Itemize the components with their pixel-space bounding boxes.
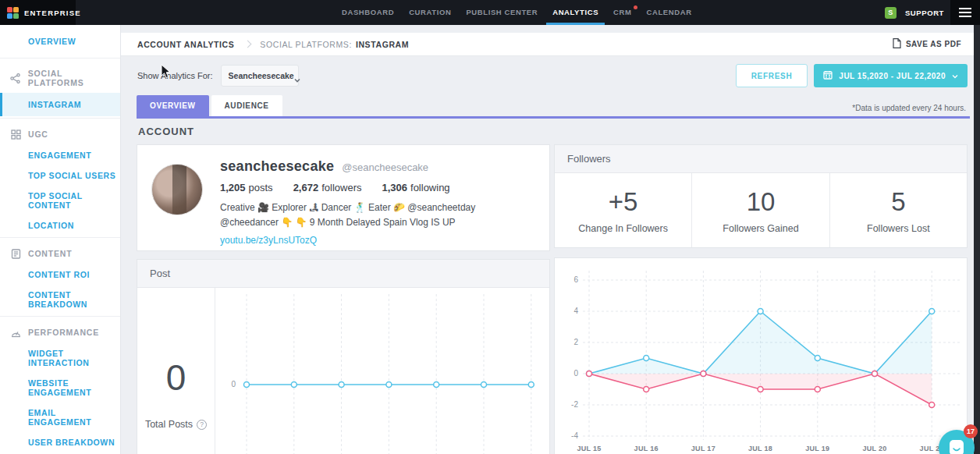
followers-stat-change-in-followers: +5Change In Followers [555,173,691,247]
pdf-document-icon [893,38,901,50]
account-stats: 1,205posts2,672followers1,306following [220,182,535,193]
followers-stat-followers-gained: 10Followers Gained [691,173,829,247]
ugc-icon [10,129,21,140]
chevron-down-icon [952,73,958,79]
account-info: seancheesecake @seancheesecake 1,205post… [220,157,535,239]
sidebar-item-top-social-content[interactable]: TOP SOCIAL CONTENT [0,186,120,215]
sidebar-item-content-breakdown[interactable]: CONTENT BREAKDOWN [0,285,120,314]
sidebar-item-user-breakdown[interactable]: USER BREAKDOWN [0,432,120,452]
sidebar-item-top-social-users[interactable]: TOP SOCIAL USERS [0,165,120,186]
svg-text:JUL 18: JUL 18 [748,445,772,452]
sidebar: OVERVIEW SOCIAL PLATFORMSINSTAGRAMUGCENG… [0,25,121,454]
right-edge-strip [974,25,980,454]
nav-item-calendar[interactable]: CALENDAR [647,0,692,25]
total-posts-chart[interactable]: 0 [215,288,551,454]
notification-dot [634,5,637,9]
analytics-controls: Show Analytics For: Seancheesecake REFRE… [121,64,974,87]
account-bio-link[interactable]: youtu.be/z3yLnsUTozQ [220,235,317,246]
stat-value: +5 [609,187,638,217]
sidebar-item-widget-interaction[interactable]: WIDGET INTERACTION [0,343,120,373]
account-stat-posts: 1,205posts [220,182,273,193]
content-icon [10,248,21,259]
nav-right: S SUPPORT [885,0,944,25]
total-posts-label: Total Posts [145,419,193,430]
post-panel: Post 0 Total Posts ? 0 [137,259,550,454]
stat-label: Followers Lost [867,223,930,234]
svg-text:0: 0 [231,380,236,388]
account-bio: Creative 🎥 Explorer 🏞 Dancer 🕺 Eater 🌮 @… [220,200,535,229]
section-title-account: ACCOUNT [138,126,194,137]
chevron-down-icon [294,73,300,79]
nav-item-publish-center[interactable]: PUBLISH CENTER [466,0,538,25]
breadcrumb: ACCOUNT ANALYTICS SOCIAL PLATFORMS: INST… [121,33,974,56]
sidebar-section-social-platforms: SOCIAL PLATFORMS [0,60,120,93]
breadcrumb-account-analytics[interactable]: ACCOUNT ANALYTICS [137,40,234,49]
top-nav: ENTERPRISE DASHBOARDCURATIONPUBLISH CENT… [0,0,980,25]
stat-value: 10 [747,187,776,217]
post-panel-title: Post [137,260,549,288]
help-icon[interactable]: ? [197,420,207,430]
svg-text:0: 0 [573,369,578,378]
nav-item-analytics[interactable]: ANALYTICS [552,0,598,25]
sidebar-section-title: SOCIAL PLATFORMS [28,69,120,87]
app-screen: ENTERPRISE DASHBOARDCURATIONPUBLISH CENT… [0,0,980,454]
sidebar-section-title: PERFORMANCE [28,328,99,337]
date-range-button[interactable]: JUL 15,2020 - JUL 22,2020 [814,64,968,87]
post-chart-area: 0 [215,288,551,454]
chat-notification-badge: 17 [964,424,978,438]
account-username: seancheesecake [220,158,334,175]
date-range-value: JUL 15,2020 - JUL 22,2020 [839,72,946,80]
refresh-button[interactable]: REFRESH [736,64,808,87]
sidebar-item-engagement[interactable]: ENGAGEMENT [0,145,120,165]
performance-icon [10,327,21,338]
sidebar-divider [0,118,120,119]
nav-item-curation[interactable]: CURATION [409,0,451,25]
sidebar-section-content: CONTENT [0,239,120,264]
sidebar-divider [0,237,120,238]
sidebar-section-title: UGC [28,129,48,139]
tab-overview[interactable]: OVERVIEW [137,95,209,116]
breadcrumb-platform-label: SOCIAL PLATFORMS: [260,40,352,49]
support-link[interactable]: SUPPORT [905,9,944,17]
svg-text:-4: -4 [571,431,578,440]
followers-chart-panel: 6420-2-4JUL 15JUL 16JUL 17JUL 18JUL 19JU… [554,257,968,454]
stat-value: 5 [891,187,905,217]
tab-underline [137,116,970,119]
profile-avatar[interactable] [151,164,203,215]
sidebar-item-instagram[interactable]: INSTAGRAM [0,93,120,116]
breadcrumb-separator-icon [244,41,252,48]
stat-label: Followers Gained [723,223,798,234]
sidebar-section-title: CONTENT [28,249,72,258]
followers-stats: +5Change In Followers10Followers Gained5… [555,173,967,247]
svg-text:JUL 19: JUL 19 [805,445,829,452]
sidebar-section-ugc: UGC [0,120,120,145]
account-selector-value: Seancheesecake [229,71,294,80]
svg-text:JUL 15: JUL 15 [577,445,601,452]
main-nav: DASHBOARDCURATIONPUBLISH CENTERANALYTICS… [342,0,692,25]
nav-item-crm[interactable]: CRM [613,0,631,25]
sidebar-item-content-roi[interactable]: CONTENT ROI [0,264,120,285]
svg-text:JUL 17: JUL 17 [691,445,715,452]
save-as-pdf-button[interactable]: SAVE AS PDF [893,38,961,50]
sidebar-item-overview[interactable]: OVERVIEW [0,25,120,56]
sidebar-item-website-engagement[interactable]: WEBSITE ENGAGEMENT [0,373,120,403]
sidebar-item-location[interactable]: LOCATION [0,215,120,236]
nav-item-dashboard[interactable]: DASHBOARD [342,0,394,25]
svg-text:-2: -2 [571,400,578,409]
main-content: ACCOUNT ANALYTICS SOCIAL PLATFORMS: INST… [121,25,974,454]
account-stat-followers: 2,672followers [293,182,362,193]
tab-audience[interactable]: AUDIENCE [211,95,282,116]
hamburger-menu-button[interactable] [950,0,980,25]
followers-trend-chart[interactable]: 6420-2-4JUL 15JUL 16JUL 17JUL 18JUL 19JU… [555,258,967,454]
account-selector-dropdown[interactable]: Seancheesecake [221,65,299,87]
chat-smiley-icon [948,439,965,454]
svg-text:4: 4 [573,307,578,315]
total-posts-summary: 0 Total Posts ? [137,288,215,454]
sidebar-divider [0,316,120,317]
sidebar-item-email-engagement[interactable]: EMAIL ENGAGEMENT [0,403,120,432]
stat-label: Change In Followers [578,223,668,234]
brand-logo[interactable]: ENTERPRISE [0,0,76,25]
svg-text:6: 6 [573,275,578,284]
user-avatar-badge[interactable]: S [885,7,897,19]
breadcrumb-platform-value: INSTAGRAM [356,40,409,49]
